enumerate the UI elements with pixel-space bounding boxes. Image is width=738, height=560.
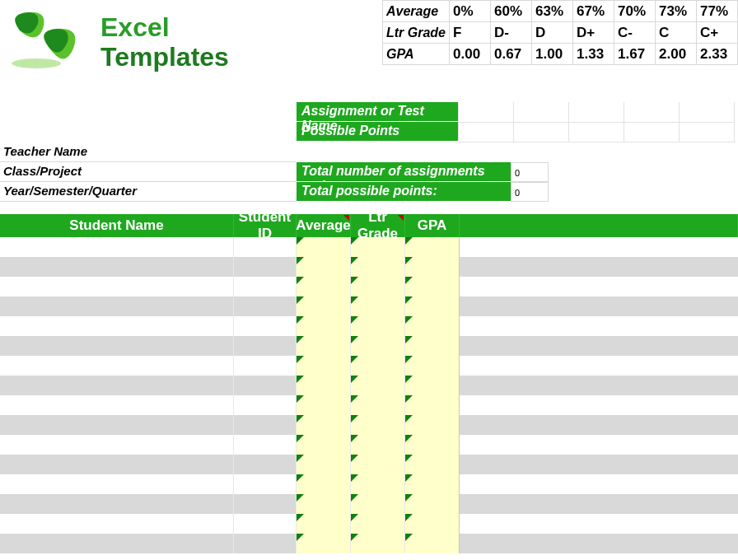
asn-cell[interactable] <box>680 122 735 142</box>
cell-student-name[interactable] <box>0 494 234 514</box>
cell-student-name[interactable] <box>0 415 234 435</box>
table-row[interactable] <box>0 277 738 296</box>
cell-letter-grade[interactable] <box>351 415 405 435</box>
cell-student-id[interactable] <box>234 316 297 336</box>
cell-student-id[interactable] <box>234 474 297 494</box>
cell-gpa[interactable] <box>405 316 460 336</box>
scale-cell[interactable]: 1.00 <box>532 44 573 65</box>
asn-cell[interactable] <box>459 102 514 122</box>
cell-letter-grade[interactable] <box>351 514 405 534</box>
scale-cell[interactable]: 60% <box>491 1 532 22</box>
cell-scores-area[interactable] <box>460 356 738 376</box>
table-row[interactable] <box>0 534 738 553</box>
scale-cell[interactable]: 63% <box>532 1 573 22</box>
scale-cell[interactable]: 1.67 <box>614 44 656 65</box>
asn-cell[interactable] <box>459 122 514 142</box>
table-row[interactable] <box>0 435 738 455</box>
cell-letter-grade[interactable] <box>351 356 405 376</box>
cell-student-name[interactable] <box>0 534 234 553</box>
cell-student-name[interactable] <box>0 474 234 494</box>
cell-scores-area[interactable] <box>460 455 738 474</box>
cell-scores-area[interactable] <box>460 237 738 257</box>
cell-scores-area[interactable] <box>460 277 738 296</box>
scale-cell[interactable]: 1.33 <box>573 44 614 65</box>
table-row[interactable] <box>0 514 738 534</box>
cell-gpa[interactable] <box>405 474 460 494</box>
cell-student-id[interactable] <box>234 237 297 257</box>
cell-average[interactable] <box>297 514 351 534</box>
cell-gpa[interactable] <box>405 435 460 455</box>
scale-cell[interactable]: 2.33 <box>697 44 738 65</box>
cell-average[interactable] <box>297 376 351 395</box>
cell-student-id[interactable] <box>234 336 297 356</box>
table-row[interactable] <box>0 257 738 277</box>
cell-student-id[interactable] <box>234 534 297 553</box>
asn-cell[interactable] <box>680 102 735 122</box>
cell-letter-grade[interactable] <box>351 257 405 277</box>
cell-average[interactable] <box>297 336 351 356</box>
cell-average[interactable] <box>297 257 351 277</box>
cell-gpa[interactable] <box>405 494 460 514</box>
cell-student-name[interactable] <box>0 316 234 336</box>
cell-student-name[interactable] <box>0 514 234 534</box>
year-semester-label[interactable]: Year/Semester/Quarter <box>0 182 297 202</box>
cell-student-id[interactable] <box>234 415 297 435</box>
asn-cell[interactable] <box>569 122 624 142</box>
cell-gpa[interactable] <box>405 356 460 376</box>
cell-letter-grade[interactable] <box>351 455 405 474</box>
cell-scores-area[interactable] <box>460 296 738 316</box>
cell-average[interactable] <box>297 435 351 455</box>
cell-letter-grade[interactable] <box>351 336 405 356</box>
scale-cell[interactable]: D+ <box>573 22 614 44</box>
scale-cell[interactable]: C <box>656 22 697 44</box>
cell-scores-area[interactable] <box>460 316 738 336</box>
table-row[interactable] <box>0 494 738 514</box>
asn-cell[interactable] <box>514 102 569 122</box>
cell-scores-area[interactable] <box>460 257 738 277</box>
table-row[interactable] <box>0 296 738 316</box>
cell-average[interactable] <box>297 455 351 474</box>
scale-cell[interactable]: C- <box>614 22 656 44</box>
cell-gpa[interactable] <box>405 277 460 296</box>
cell-student-id[interactable] <box>234 376 297 395</box>
cell-student-id[interactable] <box>234 395 297 415</box>
cell-gpa[interactable] <box>405 296 460 316</box>
cell-student-name[interactable] <box>0 395 234 415</box>
cell-gpa[interactable] <box>405 514 460 534</box>
cell-letter-grade[interactable] <box>351 435 405 455</box>
cell-letter-grade[interactable] <box>351 534 405 553</box>
cell-student-id[interactable] <box>234 257 297 277</box>
asn-cell[interactable] <box>624 122 680 142</box>
cell-scores-area[interactable] <box>460 395 738 415</box>
table-row[interactable] <box>0 455 738 474</box>
class-project-label[interactable]: Class/Project <box>0 162 297 182</box>
cell-student-name[interactable] <box>0 455 234 474</box>
cell-student-name[interactable] <box>0 257 234 277</box>
cell-student-id[interactable] <box>234 435 297 455</box>
scale-cell[interactable]: 2.00 <box>656 44 697 65</box>
cell-gpa[interactable] <box>405 376 460 395</box>
cell-average[interactable] <box>297 356 351 376</box>
cell-average[interactable] <box>297 296 351 316</box>
cell-average[interactable] <box>297 395 351 415</box>
cell-gpa[interactable] <box>405 534 460 553</box>
scale-cell[interactable]: 73% <box>656 1 697 22</box>
cell-student-id[interactable] <box>234 356 297 376</box>
table-row[interactable] <box>0 316 738 336</box>
table-row[interactable] <box>0 336 738 356</box>
table-row[interactable] <box>0 415 738 435</box>
cell-scores-area[interactable] <box>460 336 738 356</box>
cell-student-name[interactable] <box>0 435 234 455</box>
cell-student-name[interactable] <box>0 336 234 356</box>
cell-average[interactable] <box>297 474 351 494</box>
cell-student-name[interactable] <box>0 376 234 395</box>
cell-gpa[interactable] <box>405 257 460 277</box>
table-row[interactable] <box>0 356 738 376</box>
asn-cell[interactable] <box>569 102 624 122</box>
scale-cell[interactable]: C+ <box>697 22 738 44</box>
teacher-name-label[interactable]: Teacher Name <box>0 142 297 162</box>
cell-scores-area[interactable] <box>460 514 738 534</box>
cell-gpa[interactable] <box>405 237 460 257</box>
cell-letter-grade[interactable] <box>351 237 405 257</box>
scale-cell[interactable]: F <box>450 22 491 44</box>
